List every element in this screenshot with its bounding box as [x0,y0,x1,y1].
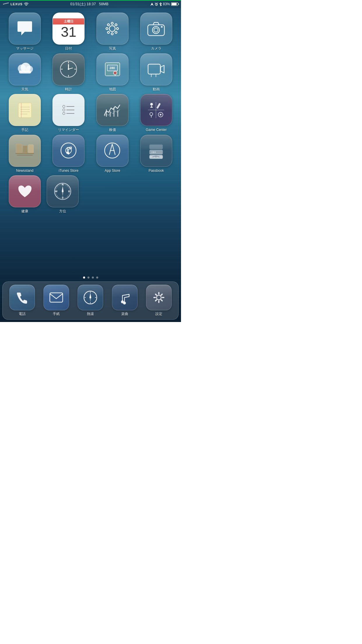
battery-percent: 83% [163,2,170,6]
dock: 電話 手紙 [2,281,179,320]
messages-label: マッサージ [16,46,34,51]
svg-line-122 [161,294,162,295]
notes-label: 手記 [21,128,28,132]
dock-safari-icon [78,285,103,310]
dock-settings[interactable]: 設定 [146,285,172,316]
app-row-1: マッサージ 土曜日 31 日付 [6,13,175,51]
status-right: 83% [150,2,178,6]
status-bar: LEXUS 01/31(土) 18:37 58MB [0,0,181,8]
svg-point-68 [160,114,161,116]
dock-mail[interactable]: 手紙 [43,285,69,316]
app-photos[interactable]: 写真 [94,13,131,51]
status-memory: 58MB [99,2,109,6]
itunes-label: iTunes Store [59,169,79,173]
svg-line-120 [156,294,157,295]
app-camera[interactable]: カメラ [137,13,175,51]
gamecenter-icon [140,94,172,126]
svg-point-19 [108,31,110,33]
dock-safari[interactable]: 熱湯 [78,285,103,316]
svg-point-13 [111,22,113,24]
dot-2[interactable] [87,276,89,279]
svg-point-17 [108,24,110,26]
svg-point-3 [7,3,8,4]
svg-line-9 [156,4,157,5]
app-weather[interactable]: 天気 [6,53,44,92]
app-calendar[interactable]: 土曜日 31 日付 [50,13,87,51]
dot-3[interactable] [92,276,94,279]
stocks-icon [96,94,129,126]
dock-music-icon [112,285,138,310]
status-time-memory: 01/31(土) 18:37 58MB [70,2,108,7]
app-itunes[interactable]: iTunes Store [50,135,87,173]
health-icon [9,175,41,207]
svg-text:280: 280 [110,66,115,70]
svg-rect-79 [150,145,163,149]
status-datetime: 01/31(土) 18:37 [70,2,96,6]
svg-rect-42 [148,64,160,74]
carrier-name: LEXUS [10,2,23,6]
camera-icon [140,13,172,45]
dot-4[interactable] [96,276,98,279]
newsstand-icon [9,135,41,167]
dot-1[interactable] [83,276,85,279]
videos-icon [140,53,172,85]
app-messages[interactable]: マッサージ [6,13,44,51]
svg-rect-46 [18,103,31,118]
carrier-evolution-icon [3,2,9,6]
svg-point-112 [89,297,91,298]
svg-point-14 [111,33,113,35]
reminders-icon [52,94,85,126]
dock-music[interactable]: 楽曲 [112,285,138,316]
app-videos[interactable]: 動画 [137,53,175,92]
app-compass[interactable]: N S W E [44,175,82,214]
dock-safari-label: 熱湯 [87,312,94,316]
page-indicator [0,276,181,279]
dock-phone-label: 電話 [19,312,26,316]
dock-mail-icon [43,285,69,310]
app-passbook[interactable]: Passbook [137,135,175,173]
maps-icon: 280 [96,53,129,85]
svg-line-123 [156,300,157,301]
appstore-label: App Store [105,169,120,173]
app-newsstand[interactable]: Newsstand [6,135,44,173]
svg-point-22 [152,27,159,34]
svg-point-36 [68,69,69,70]
maps-label: 地図 [109,87,116,92]
gamecenter-label: Game Center [146,128,167,132]
videos-label: 動画 [153,87,160,92]
app-maps[interactable]: 280 地図 [94,53,131,92]
svg-rect-28 [19,71,31,74]
screen: LEXUS 01/31(土) 18:37 58MB [0,0,181,322]
svg-point-18 [115,24,117,26]
app-stocks[interactable]: 株価 [94,94,131,132]
app-clock[interactable]: 時計 [50,53,87,92]
passbook-label: Passbook [149,169,164,173]
calendar-day: 土曜日 [53,18,84,24]
svg-point-12 [109,26,115,32]
app-reminders[interactable]: リマインダー [50,94,87,132]
calendar-date: 31 [61,25,76,39]
dock-mail-label: 手紙 [53,312,60,316]
app-gamecenter[interactable]: Game Center [137,94,175,132]
dock-area: 電話 手紙 [0,281,181,322]
svg-point-56 [63,112,65,115]
dock-music-label: 楽曲 [121,312,128,316]
svg-point-16 [117,27,119,29]
green-status-line [0,0,181,1]
newsstand-label: Newsstand [16,169,33,173]
svg-point-52 [63,105,65,108]
svg-rect-80 [150,150,163,154]
wifi-icon [24,2,29,6]
app-notes[interactable]: 手記 [6,94,44,132]
app-appstore[interactable]: App Store [94,135,131,173]
svg-point-5 [26,6,27,6]
dock-phone[interactable]: 電話 [9,285,35,316]
app-health[interactable]: 健康 [6,175,44,214]
svg-rect-71 [28,145,34,153]
svg-point-40 [113,71,117,75]
dock-phone-icon [9,285,35,310]
app-grid: マッサージ 土曜日 31 日付 [0,8,181,276]
svg-marker-6 [150,3,154,6]
appstore-icon [96,135,129,167]
calendar-label: 日付 [65,46,72,51]
